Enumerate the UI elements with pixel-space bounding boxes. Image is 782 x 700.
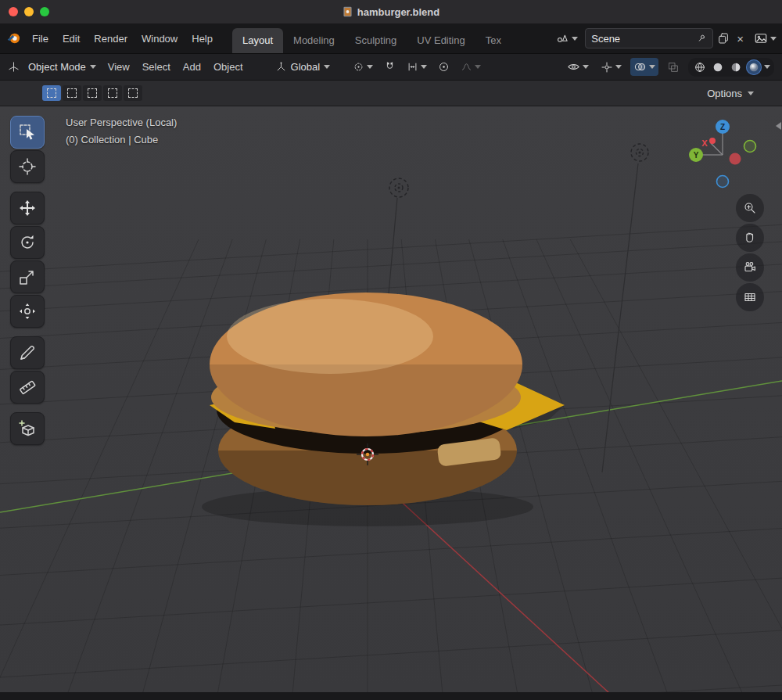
select-mode-invert[interactable] [103,85,122,101]
cursor-tool-icon [18,157,37,176]
gizmos-icon [601,61,613,74]
scale-icon [18,267,37,286]
snap-proportional-group [350,59,484,75]
light-object-2[interactable] [631,144,648,161]
viewport-3d[interactable]: User Perspective (Local) (0) Collection … [0,106,782,692]
tool-rotate[interactable] [10,226,45,259]
menu-file[interactable]: File [25,30,56,48]
select-mode-extend[interactable] [63,85,81,101]
select-mode-intersect[interactable] [124,85,142,101]
tool-cursor[interactable] [10,150,45,183]
minimize-window-button[interactable] [24,7,34,16]
menu-add[interactable]: Add [177,59,207,75]
shading-solid-button[interactable] [710,59,726,75]
mode-dropdown[interactable]: Object Mode [23,59,102,75]
shading-rendered-button[interactable] [746,59,762,75]
menu-edit[interactable]: Edit [56,30,87,48]
tool-settings-bar: Options [0,81,782,106]
viewport-display-group [564,58,777,77]
sidebar-toggle-arrow[interactable] [776,122,781,130]
scene-browse-dropdown[interactable] [553,30,581,48]
tab-uv-editing[interactable]: UV Editing [407,28,475,53]
viewport-side-tools [736,194,764,311]
shading-mode-group [688,58,774,77]
tool-move[interactable] [10,192,45,224]
measure-ruler-icon [18,378,37,397]
tab-texture-paint[interactable]: Tex [475,28,501,53]
select-mode-new[interactable] [42,85,61,101]
window-title-container: hamburger.blend [0,0,782,23]
navigation-gizmo[interactable]: Z Y X [687,117,760,191]
shading-material-button[interactable] [728,59,744,75]
viewport-perspective-label: User Perspective (Local) [66,114,177,131]
mode-label: Object Mode [28,61,86,73]
menu-object[interactable]: Object [207,59,249,75]
camera-icon [743,260,757,275]
orientation-axes-icon [275,61,287,73]
overlays-dropdown[interactable] [630,58,658,76]
light-object-1[interactable] [389,178,408,197]
menu-view[interactable]: View [102,59,136,75]
menu-select[interactable]: Select [136,59,177,75]
pivot-point-dropdown[interactable] [350,59,376,75]
tab-layout[interactable]: Layout [232,28,283,53]
hamburger-model[interactable] [202,293,565,526]
tool-add-cube[interactable] [10,412,45,445]
overlays-icon [633,60,647,74]
shading-dropdown[interactable] [764,65,770,69]
gizmo-axis-y-negative[interactable] [744,141,756,153]
menu-window[interactable]: Window [135,30,185,48]
proportional-falloff-dropdown[interactable] [457,59,484,75]
gizmo-axis-x-negative[interactable] [730,153,741,165]
new-scene-button[interactable] [717,32,730,45]
pan-button[interactable] [736,224,764,252]
document-icon [343,6,353,17]
zoom-button[interactable] [736,194,764,222]
tool-annotate[interactable] [10,336,45,369]
gizmo-z-label: Z [720,123,725,131]
snap-target-icon [407,61,418,73]
tool-transform[interactable] [10,295,45,328]
light2-tether-line [602,163,638,472]
viewport-info: User Perspective (Local) (0) Collection … [66,114,177,149]
gizmos-dropdown[interactable] [597,59,625,76]
viewport-collection-label: (0) Collection | Cube [66,131,177,149]
menu-render[interactable]: Render [87,30,135,48]
fullscreen-window-button[interactable] [40,7,49,16]
tool-scale[interactable] [10,260,45,293]
select-mode-subtract[interactable] [83,85,102,101]
blender-logo-icon[interactable] [6,31,22,46]
snap-settings-dropdown[interactable] [404,59,430,75]
view-layer-dropdown[interactable] [751,29,780,48]
gizmo-x-label: X [701,138,708,148]
shading-wireframe-button[interactable] [692,59,708,75]
top-bun-highlight [227,299,433,374]
tab-modeling[interactable]: Modeling [283,28,345,53]
scene-icon [556,32,569,45]
unlink-scene-button[interactable]: × [734,32,747,45]
gizmo-axis-x-positive[interactable] [709,138,716,144]
magnifier-icon [743,201,757,215]
object-visibility-dropdown[interactable] [564,58,592,76]
snap-toggle-button[interactable] [381,59,399,75]
pin-icon[interactable] [696,33,707,44]
window-controls [9,7,49,16]
tab-sculpting[interactable]: Sculpting [345,28,407,53]
tool-measure[interactable] [10,371,45,404]
menu-help[interactable]: Help [185,30,220,48]
viewport-header: Object Mode View Select Add Object Globa… [0,54,782,81]
gizmo-axis-z-negative[interactable] [717,176,729,188]
editor-type-dropdown[interactable] [5,59,23,75]
proportional-editing-toggle[interactable] [435,59,453,75]
options-dropdown[interactable]: Options [707,88,776,99]
select-mode-intersect-icon [128,88,138,98]
blender-topbar: File Edit Render Window Help Layout Mode… [0,23,782,54]
magnet-icon [384,61,396,73]
close-window-button[interactable] [9,7,18,16]
camera-view-button[interactable] [736,253,764,282]
ortho-toggle-button[interactable] [736,283,764,311]
xray-toggle[interactable] [664,59,683,76]
scene-name-field[interactable]: Scene [585,28,713,48]
orientation-dropdown[interactable]: Global [270,59,336,75]
tool-select-box[interactable] [10,116,45,149]
